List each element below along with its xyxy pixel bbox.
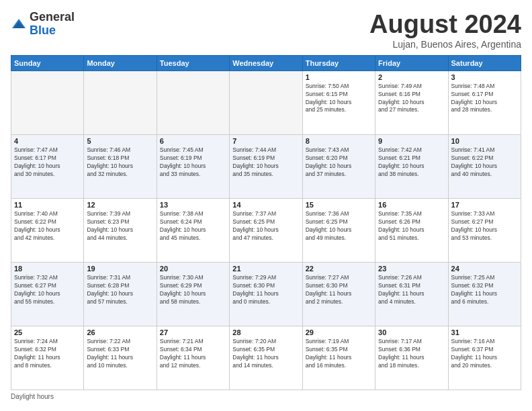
header: General Blue August 2024 Lujan, Buenos A… <box>11 11 521 50</box>
col-header-monday: Monday <box>84 55 157 71</box>
page: General Blue August 2024 Lujan, Buenos A… <box>0 0 532 411</box>
day-info: Sunrise: 7:35 AM Sunset: 6:26 PM Dayligh… <box>378 210 445 242</box>
day-number: 4 <box>14 137 81 145</box>
calendar-cell: 11Sunrise: 7:40 AM Sunset: 6:22 PM Dayli… <box>11 198 84 262</box>
calendar-cell <box>230 71 302 134</box>
logo-text: General Blue <box>30 11 75 38</box>
day-info: Sunrise: 7:40 AM Sunset: 6:22 PM Dayligh… <box>14 210 81 242</box>
calendar-week-1: 1Sunrise: 7:50 AM Sunset: 6:15 PM Daylig… <box>11 71 521 134</box>
day-info: Sunrise: 7:21 AM Sunset: 6:34 PM Dayligh… <box>160 338 226 370</box>
col-header-saturday: Saturday <box>448 55 521 71</box>
calendar-cell: 22Sunrise: 7:27 AM Sunset: 6:30 PM Dayli… <box>302 262 375 326</box>
calendar-cell: 7Sunrise: 7:44 AM Sunset: 6:19 PM Daylig… <box>230 134 302 198</box>
day-number: 3 <box>451 73 518 81</box>
calendar-cell: 18Sunrise: 7:32 AM Sunset: 6:27 PM Dayli… <box>11 262 84 326</box>
day-number: 7 <box>232 137 299 145</box>
day-info: Sunrise: 7:29 AM Sunset: 6:30 PM Dayligh… <box>232 274 299 306</box>
col-header-tuesday: Tuesday <box>157 55 229 71</box>
day-number: 9 <box>378 137 445 145</box>
day-number: 23 <box>378 265 445 273</box>
day-info: Sunrise: 7:42 AM Sunset: 6:21 PM Dayligh… <box>378 146 445 179</box>
day-info: Sunrise: 7:17 AM Sunset: 6:36 PM Dayligh… <box>378 338 445 370</box>
day-number: 19 <box>87 265 153 273</box>
day-number: 2 <box>378 73 445 81</box>
day-info: Sunrise: 7:44 AM Sunset: 6:19 PM Dayligh… <box>232 146 299 179</box>
calendar-cell: 13Sunrise: 7:38 AM Sunset: 6:24 PM Dayli… <box>157 198 229 262</box>
calendar-cell: 21Sunrise: 7:29 AM Sunset: 6:30 PM Dayli… <box>230 262 302 326</box>
day-number: 20 <box>160 265 226 273</box>
day-info: Sunrise: 7:26 AM Sunset: 6:31 PM Dayligh… <box>378 274 445 306</box>
day-number: 17 <box>451 201 518 209</box>
day-info: Sunrise: 7:32 AM Sunset: 6:27 PM Dayligh… <box>14 274 81 306</box>
day-info: Sunrise: 7:24 AM Sunset: 6:32 PM Dayligh… <box>14 338 81 370</box>
day-info: Sunrise: 7:22 AM Sunset: 6:33 PM Dayligh… <box>87 338 153 370</box>
day-info: Sunrise: 7:31 AM Sunset: 6:28 PM Dayligh… <box>87 274 153 306</box>
calendar-table: SundayMondayTuesdayWednesdayThursdayFrid… <box>11 55 521 390</box>
calendar-cell: 31Sunrise: 7:16 AM Sunset: 6:37 PM Dayli… <box>448 326 521 390</box>
calendar-cell: 16Sunrise: 7:35 AM Sunset: 6:26 PM Dayli… <box>375 198 448 262</box>
day-number: 15 <box>306 201 372 209</box>
calendar-cell: 17Sunrise: 7:33 AM Sunset: 6:27 PM Dayli… <box>448 198 521 262</box>
calendar-cell: 15Sunrise: 7:36 AM Sunset: 6:25 PM Dayli… <box>302 198 375 262</box>
col-header-sunday: Sunday <box>11 55 84 71</box>
footer-note: Daylight hours <box>11 393 521 400</box>
day-number: 24 <box>451 265 518 273</box>
day-number: 16 <box>378 201 445 209</box>
calendar-week-5: 25Sunrise: 7:24 AM Sunset: 6:32 PM Dayli… <box>11 326 521 390</box>
calendar-cell <box>84 71 157 134</box>
day-number: 12 <box>87 201 153 209</box>
calendar-cell: 23Sunrise: 7:26 AM Sunset: 6:31 PM Dayli… <box>375 262 448 326</box>
day-number: 5 <box>87 137 153 145</box>
day-number: 6 <box>160 137 226 145</box>
calendar-cell: 19Sunrise: 7:31 AM Sunset: 6:28 PM Dayli… <box>84 262 157 326</box>
calendar-cell: 1Sunrise: 7:50 AM Sunset: 6:15 PM Daylig… <box>302 71 375 134</box>
calendar-cell: 29Sunrise: 7:19 AM Sunset: 6:35 PM Dayli… <box>302 326 375 390</box>
day-info: Sunrise: 7:39 AM Sunset: 6:23 PM Dayligh… <box>87 210 153 242</box>
calendar-cell: 10Sunrise: 7:41 AM Sunset: 6:22 PM Dayli… <box>448 134 521 198</box>
day-number: 11 <box>14 201 81 209</box>
day-info: Sunrise: 7:43 AM Sunset: 6:20 PM Dayligh… <box>306 146 372 179</box>
day-number: 21 <box>232 265 299 273</box>
day-info: Sunrise: 7:50 AM Sunset: 6:15 PM Dayligh… <box>306 83 372 115</box>
logo-general: General <box>30 11 75 24</box>
day-number: 30 <box>378 328 445 336</box>
calendar-cell: 27Sunrise: 7:21 AM Sunset: 6:34 PM Dayli… <box>157 326 229 390</box>
day-info: Sunrise: 7:27 AM Sunset: 6:30 PM Dayligh… <box>306 274 372 306</box>
calendar-cell: 20Sunrise: 7:30 AM Sunset: 6:29 PM Dayli… <box>157 262 229 326</box>
day-info: Sunrise: 7:30 AM Sunset: 6:29 PM Dayligh… <box>160 274 226 306</box>
day-number: 22 <box>306 265 372 273</box>
day-info: Sunrise: 7:47 AM Sunset: 6:17 PM Dayligh… <box>14 146 81 179</box>
day-number: 27 <box>160 328 226 336</box>
logo-icon <box>11 16 27 32</box>
day-info: Sunrise: 7:45 AM Sunset: 6:19 PM Dayligh… <box>160 146 226 179</box>
day-number: 8 <box>306 137 372 145</box>
calendar-cell: 8Sunrise: 7:43 AM Sunset: 6:20 PM Daylig… <box>302 134 375 198</box>
calendar-cell: 24Sunrise: 7:25 AM Sunset: 6:32 PM Dayli… <box>448 262 521 326</box>
calendar-cell: 26Sunrise: 7:22 AM Sunset: 6:33 PM Dayli… <box>84 326 157 390</box>
calendar-header-row: SundayMondayTuesdayWednesdayThursdayFrid… <box>11 55 521 71</box>
day-number: 10 <box>451 137 518 145</box>
calendar-cell: 9Sunrise: 7:42 AM Sunset: 6:21 PM Daylig… <box>375 134 448 198</box>
day-info: Sunrise: 7:19 AM Sunset: 6:35 PM Dayligh… <box>306 338 372 370</box>
calendar-cell: 28Sunrise: 7:20 AM Sunset: 6:35 PM Dayli… <box>230 326 302 390</box>
logo-blue: Blue <box>30 24 75 38</box>
day-number: 28 <box>232 328 299 336</box>
day-number: 29 <box>306 328 372 336</box>
day-number: 26 <box>87 328 153 336</box>
calendar-cell: 25Sunrise: 7:24 AM Sunset: 6:32 PM Dayli… <box>11 326 84 390</box>
day-number: 31 <box>451 328 518 336</box>
calendar-cell <box>157 71 229 134</box>
day-info: Sunrise: 7:46 AM Sunset: 6:18 PM Dayligh… <box>87 146 153 179</box>
day-number: 1 <box>306 73 372 81</box>
calendar-week-3: 11Sunrise: 7:40 AM Sunset: 6:22 PM Dayli… <box>11 198 521 262</box>
day-info: Sunrise: 7:38 AM Sunset: 6:24 PM Dayligh… <box>160 210 226 242</box>
day-info: Sunrise: 7:16 AM Sunset: 6:37 PM Dayligh… <box>451 338 518 370</box>
calendar-cell: 4Sunrise: 7:47 AM Sunset: 6:17 PM Daylig… <box>11 134 84 198</box>
day-info: Sunrise: 7:20 AM Sunset: 6:35 PM Dayligh… <box>232 338 299 370</box>
day-number: 18 <box>14 265 81 273</box>
day-info: Sunrise: 7:37 AM Sunset: 6:25 PM Dayligh… <box>232 210 299 242</box>
calendar-cell: 14Sunrise: 7:37 AM Sunset: 6:25 PM Dayli… <box>230 198 302 262</box>
calendar-cell: 3Sunrise: 7:48 AM Sunset: 6:17 PM Daylig… <box>448 71 521 134</box>
subtitle: Lujan, Buenos Aires, Argentina <box>369 39 521 50</box>
calendar-cell: 12Sunrise: 7:39 AM Sunset: 6:23 PM Dayli… <box>84 198 157 262</box>
